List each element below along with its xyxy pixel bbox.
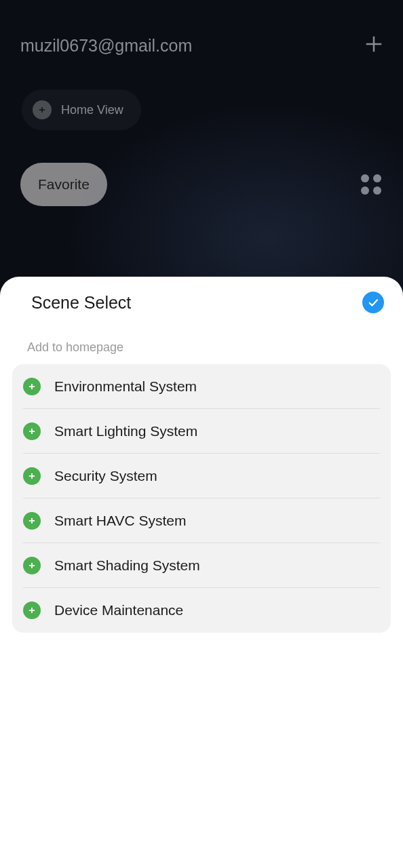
grid-view-icon[interactable] bbox=[360, 173, 383, 196]
scene-item-havc[interactable]: Smart HAVC System bbox=[12, 498, 391, 543]
plus-circle-icon bbox=[33, 100, 52, 119]
add-icon bbox=[23, 512, 41, 530]
scene-select-sheet: Scene Select Add to homepage Environment… bbox=[0, 277, 403, 868]
scene-label: Environmental System bbox=[54, 378, 197, 395]
account-email[interactable]: muzil0673@gmail.com bbox=[20, 36, 192, 56]
add-icon bbox=[23, 422, 41, 440]
add-icon[interactable] bbox=[364, 34, 384, 57]
tab-favorite[interactable]: Favorite bbox=[20, 163, 107, 206]
add-icon bbox=[23, 467, 41, 485]
scene-item-maintenance[interactable]: Device Maintenance bbox=[12, 588, 391, 633]
scene-item-security[interactable]: Security System bbox=[12, 454, 391, 498]
scene-item-environmental[interactable]: Environmental System bbox=[12, 364, 391, 409]
home-view-button[interactable]: Home View bbox=[22, 90, 141, 130]
add-icon bbox=[23, 557, 41, 574]
home-view-label: Home View bbox=[61, 103, 123, 117]
scene-label: Smart HAVC System bbox=[54, 513, 186, 529]
confirm-button[interactable] bbox=[362, 292, 384, 313]
add-icon bbox=[23, 378, 41, 395]
sheet-title: Scene Select bbox=[31, 293, 131, 313]
add-icon bbox=[23, 601, 41, 619]
header: muzil0673@gmail.com bbox=[0, 0, 403, 57]
sheet-subtitle: Add to homepage bbox=[0, 313, 403, 355]
scene-label: Device Maintenance bbox=[54, 602, 183, 618]
scene-item-shading[interactable]: Smart Shading System bbox=[12, 543, 391, 588]
sheet-header: Scene Select bbox=[0, 277, 403, 313]
scene-label: Smart Lighting System bbox=[54, 423, 197, 439]
scene-list: Environmental System Smart Lighting Syst… bbox=[12, 364, 391, 633]
scene-label: Smart Shading System bbox=[54, 557, 200, 574]
tabs-row: Favorite bbox=[20, 163, 383, 206]
scene-item-lighting[interactable]: Smart Lighting System bbox=[12, 409, 391, 454]
scene-label: Security System bbox=[54, 468, 157, 484]
